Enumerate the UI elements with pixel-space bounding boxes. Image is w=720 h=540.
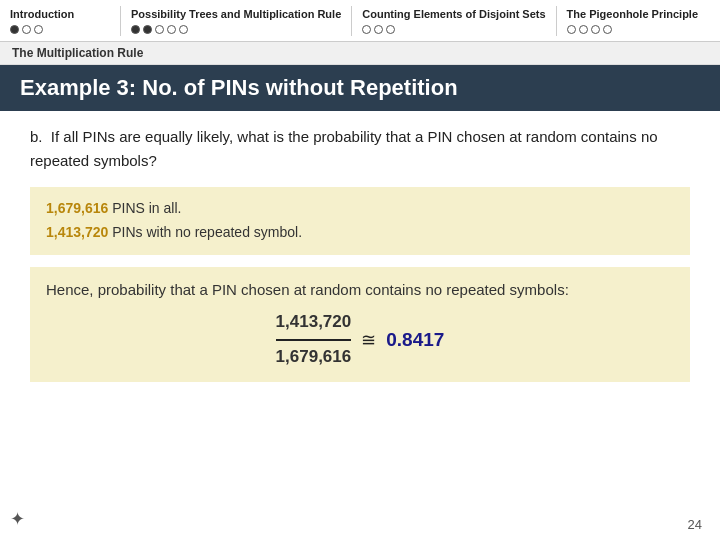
nav-section-possibility-title: Possibility Trees and Multiplication Rul… bbox=[131, 7, 341, 21]
nav-bar: Introduction Possibility Trees and Multi… bbox=[0, 0, 720, 42]
fraction-area: 1,413,720 1,679,616 ≅ 0.8417 bbox=[46, 308, 674, 372]
answer-line1-rest: PINS in all. bbox=[112, 200, 181, 216]
question-text: b. If all PINs are equally likely, what … bbox=[30, 125, 690, 173]
fraction-denominator: 1,679,616 bbox=[276, 341, 352, 372]
approx-value: 0.8417 bbox=[386, 324, 444, 356]
answer-line2-container: 1,413,720 PINs with no repeated symbol. bbox=[46, 221, 674, 245]
nav-dots-pigeonhole bbox=[567, 25, 698, 34]
nav-section-counting[interactable]: Counting Elements of Disjoint Sets bbox=[352, 3, 555, 37]
answer-line1-container: 1,679,616 PINS in all. bbox=[46, 197, 674, 221]
fraction-numerator: 1,413,720 bbox=[276, 308, 352, 341]
answer-box-2: Hence, probability that a PIN chosen at … bbox=[30, 267, 690, 382]
approx-symbol: ≅ bbox=[361, 325, 376, 356]
nav-dot bbox=[386, 25, 395, 34]
question-body: If all PINs are equally likely, what is … bbox=[30, 128, 658, 169]
nav-dot bbox=[22, 25, 31, 34]
nav-section-introduction-title: Introduction bbox=[10, 7, 110, 21]
nav-dot bbox=[167, 25, 176, 34]
nav-dot bbox=[374, 25, 383, 34]
nav-section-pigeonhole[interactable]: The Pigeonhole Principle bbox=[557, 3, 708, 37]
nav-dot bbox=[131, 25, 140, 34]
nav-dot bbox=[10, 25, 19, 34]
nav-dot bbox=[143, 25, 152, 34]
answer-line2-rest: PINs with no repeated symbol. bbox=[112, 224, 302, 240]
nav-dot bbox=[567, 25, 576, 34]
answer-box-1: 1,679,616 PINS in all. 1,413,720 PINs wi… bbox=[30, 187, 690, 255]
answer-highlight-1: 1,679,616 bbox=[46, 200, 108, 216]
subtitle-bar: The Multiplication Rule bbox=[0, 42, 720, 65]
fraction: 1,413,720 1,679,616 bbox=[276, 308, 352, 372]
bottom-arrow-icon: ✦ bbox=[10, 508, 25, 530]
nav-dot bbox=[155, 25, 164, 34]
hence-text: Hence, probability that a PIN chosen at … bbox=[46, 277, 674, 303]
nav-dot bbox=[603, 25, 612, 34]
nav-section-introduction[interactable]: Introduction bbox=[0, 3, 120, 37]
subtitle-text: The Multiplication Rule bbox=[12, 46, 143, 60]
question-part-label: b. bbox=[30, 128, 43, 145]
nav-section-possibility[interactable]: Possibility Trees and Multiplication Rul… bbox=[121, 3, 351, 37]
nav-section-counting-title: Counting Elements of Disjoint Sets bbox=[362, 7, 545, 21]
nav-section-pigeonhole-title: The Pigeonhole Principle bbox=[567, 7, 698, 21]
answer-highlight-2: 1,413,720 bbox=[46, 224, 108, 240]
nav-dot bbox=[179, 25, 188, 34]
page-number: 24 bbox=[688, 517, 702, 532]
nav-dot bbox=[591, 25, 600, 34]
main-heading-text: Example 3: No. of PINs without Repetitio… bbox=[20, 75, 458, 100]
nav-dot bbox=[34, 25, 43, 34]
content-area: b. If all PINs are equally likely, what … bbox=[0, 111, 720, 412]
nav-dot bbox=[362, 25, 371, 34]
nav-dots-counting bbox=[362, 25, 545, 34]
nav-dots-introduction bbox=[10, 25, 110, 34]
nav-dot bbox=[579, 25, 588, 34]
main-heading: Example 3: No. of PINs without Repetitio… bbox=[0, 65, 720, 111]
nav-dots-possibility bbox=[131, 25, 341, 34]
